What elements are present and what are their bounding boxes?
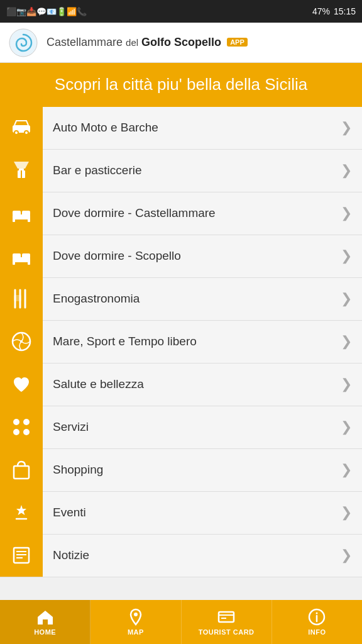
dormire-cast-icon-box bbox=[0, 192, 43, 235]
bar-label: Bar e pasticcerie bbox=[43, 164, 331, 177]
auto-moto-chevron: ❯ bbox=[331, 119, 362, 136]
svg-rect-16 bbox=[13, 253, 21, 258]
svg-point-26 bbox=[13, 419, 19, 425]
menu-item-salute[interactable]: Salute e bellezza ❯ bbox=[0, 364, 362, 406]
hero-text: Scopri la città piu' bella della Sicilia bbox=[13, 74, 349, 96]
svg-point-29 bbox=[23, 429, 30, 435]
enogastro-icon-box bbox=[0, 277, 43, 320]
svg-point-0 bbox=[9, 29, 37, 57]
menu-item-dormire-scop[interactable]: Dove dormire - Scopello ❯ bbox=[0, 235, 362, 278]
nav-info[interactable]: INFO bbox=[272, 600, 362, 644]
salute-icon-box bbox=[0, 363, 43, 406]
svg-rect-23 bbox=[14, 295, 21, 301]
nav-map[interactable]: MAP bbox=[90, 600, 181, 644]
car-icon bbox=[10, 116, 33, 139]
enogastro-chevron: ❯ bbox=[331, 291, 362, 307]
status-icons: ⬛📷📥💬📧🔋📶📞 bbox=[6, 7, 87, 16]
bar-icon bbox=[10, 159, 33, 182]
info-icon bbox=[308, 608, 326, 626]
enogastro-label: Enogastronomia bbox=[43, 292, 331, 306]
svg-rect-13 bbox=[13, 218, 15, 222]
menu-item-notizie[interactable]: Notizie ❯ bbox=[0, 535, 362, 577]
bottom-navigation: HOME MAP TOURIST CARD INFO bbox=[0, 600, 362, 644]
shopping-icon bbox=[10, 458, 33, 481]
app-logo bbox=[9, 28, 38, 57]
menu-item-servizi[interactable]: Servizi ❯ bbox=[0, 406, 362, 449]
servizi-label: Servizi bbox=[43, 420, 331, 434]
shopping-chevron: ❯ bbox=[331, 462, 362, 478]
app-header: Castellammare del Golfo Scopello APP bbox=[0, 23, 362, 63]
svg-rect-30 bbox=[14, 466, 29, 479]
svg-rect-11 bbox=[13, 211, 21, 216]
svg-point-36 bbox=[134, 613, 138, 616]
bed-cast-icon bbox=[10, 202, 33, 225]
tourist-card-icon bbox=[217, 608, 235, 626]
menu-item-dormire-cast[interactable]: Dove dormire - Castellammare ❯ bbox=[0, 192, 362, 235]
menu-item-enogastro[interactable]: Enogastronomia ❯ bbox=[0, 278, 362, 321]
nav-home[interactable]: HOME bbox=[0, 600, 90, 644]
svg-rect-17 bbox=[22, 253, 30, 258]
battery-text: 47% bbox=[312, 6, 330, 16]
shopping-icon-box bbox=[0, 448, 43, 491]
nav-tourist-card-label: TOURIST CARD bbox=[199, 628, 255, 636]
dormire-scop-label: Dove dormire - Scopello bbox=[43, 249, 331, 263]
services-icon bbox=[10, 416, 33, 438]
food-icon bbox=[10, 287, 33, 310]
nav-info-label: INFO bbox=[308, 628, 326, 636]
salute-chevron: ❯ bbox=[331, 376, 362, 392]
nav-tourist-card[interactable]: TOURIST CARD bbox=[182, 600, 272, 644]
header-title: Castellammare del Golfo Scopello APP bbox=[47, 36, 248, 50]
svg-rect-14 bbox=[28, 218, 30, 222]
events-icon bbox=[10, 501, 33, 524]
health-icon bbox=[10, 373, 33, 396]
notizie-chevron: ❯ bbox=[331, 547, 362, 564]
svg-marker-8 bbox=[14, 162, 29, 169]
sport-icon-box bbox=[0, 320, 43, 363]
sport-icon bbox=[10, 330, 33, 353]
bar-chevron: ❯ bbox=[331, 162, 362, 179]
svg-rect-37 bbox=[219, 612, 234, 622]
time-text: 15:15 bbox=[334, 6, 356, 16]
menu-list: Auto Moto e Barche ❯ Bar e pasticcerie ❯… bbox=[0, 107, 362, 577]
servizi-chevron: ❯ bbox=[331, 419, 362, 435]
svg-point-3 bbox=[15, 131, 18, 134]
news-icon bbox=[10, 544, 33, 567]
eventi-chevron: ❯ bbox=[331, 504, 362, 521]
menu-item-eventi[interactable]: Eventi ❯ bbox=[0, 492, 362, 535]
svg-point-42 bbox=[316, 613, 318, 614]
auto-moto-icon-box bbox=[0, 106, 43, 149]
sport-chevron: ❯ bbox=[331, 333, 362, 350]
dormire-scop-icon-box bbox=[0, 235, 43, 277]
auto-moto-label: Auto Moto e Barche bbox=[43, 121, 331, 135]
servizi-icon-box bbox=[0, 406, 43, 448]
nav-map-label: MAP bbox=[128, 628, 144, 636]
map-icon bbox=[127, 608, 145, 626]
eventi-icon-box bbox=[0, 491, 43, 534]
menu-item-bar[interactable]: Bar e pasticcerie ❯ bbox=[0, 150, 362, 192]
status-right: 47% 15:15 bbox=[312, 6, 356, 16]
dormire-scop-chevron: ❯ bbox=[331, 248, 362, 264]
nav-home-label: HOME bbox=[34, 628, 56, 636]
svg-rect-18 bbox=[13, 261, 15, 265]
home-icon bbox=[36, 608, 54, 626]
svg-rect-19 bbox=[28, 261, 30, 265]
bed-scop-icon bbox=[10, 245, 33, 267]
svg-point-28 bbox=[13, 429, 19, 435]
svg-point-5 bbox=[25, 131, 28, 134]
svg-point-27 bbox=[23, 419, 30, 425]
status-bar: ⬛📷📥💬📧🔋📶📞 47% 15:15 bbox=[0, 0, 362, 23]
menu-item-sport[interactable]: Mare, Sport e Tempo libero ❯ bbox=[0, 321, 362, 364]
eventi-label: Eventi bbox=[43, 506, 331, 519]
bar-icon-box bbox=[0, 149, 43, 192]
dormire-cast-chevron: ❯ bbox=[331, 205, 362, 221]
notizie-icon-box bbox=[0, 534, 43, 577]
sport-label: Mare, Sport e Tempo libero bbox=[43, 335, 331, 348]
hero-banner: Scopri la città piu' bella della Sicilia bbox=[0, 63, 362, 107]
notification-icons: ⬛📷📥💬📧🔋📶📞 bbox=[6, 7, 87, 16]
shopping-label: Shopping bbox=[43, 463, 331, 477]
notizie-label: Notizie bbox=[43, 548, 331, 562]
menu-item-shopping[interactable]: Shopping ❯ bbox=[0, 449, 362, 492]
menu-item-auto-moto[interactable]: Auto Moto e Barche ❯ bbox=[0, 107, 362, 150]
svg-rect-12 bbox=[22, 211, 30, 216]
salute-label: Salute e bellezza bbox=[43, 377, 331, 391]
